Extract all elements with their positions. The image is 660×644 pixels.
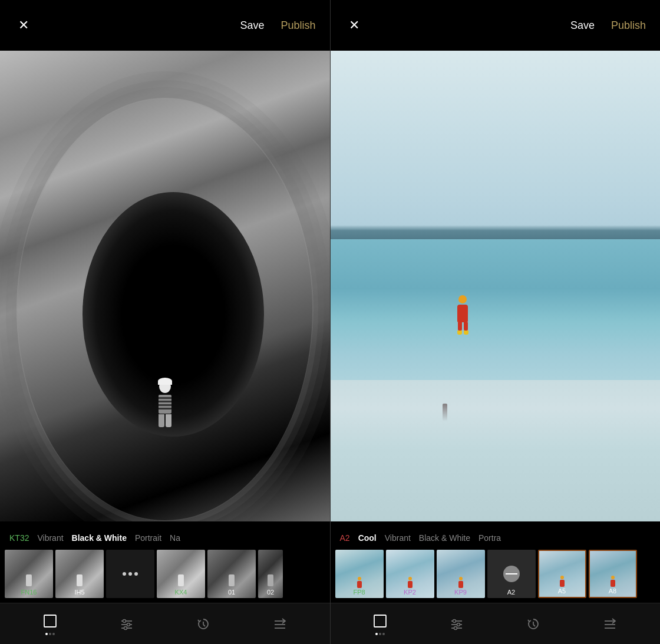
right-sliders-icon [448, 616, 465, 632]
left-filter-area: KT32 Vibrant Black & White Portrait Na F… [0, 521, 330, 603]
right-tool-history[interactable] [525, 616, 542, 632]
left-history-icon [195, 616, 212, 632]
left-filter-cat-bw[interactable]: Black & White [72, 533, 135, 543]
left-photo-area [0, 51, 330, 521]
right-filter-thumbs: FP8 KP2 KP9 [331, 550, 661, 598]
left-filter-label-ih5: IH5 [55, 589, 104, 596]
right-tool-export[interactable] [602, 616, 618, 632]
left-kt32-dots [123, 572, 138, 576]
right-tool-adjust[interactable] [448, 616, 465, 632]
left-top-actions: Save Publish [240, 19, 315, 32]
left-sliders-icon [118, 616, 135, 632]
left-filter-label-fn16: FN16 [5, 589, 53, 596]
right-filter-label-a8: A8 [590, 587, 636, 595]
left-filter-categories: KT32 Vibrant Black & White Portrait Na [0, 533, 330, 543]
right-filter-cat-cool[interactable]: Cool [358, 533, 385, 543]
bw-child-figure [147, 380, 183, 451]
left-filter-label-kx4: KX4 [157, 589, 205, 596]
right-filter-cat-bw[interactable]: Black & White [419, 533, 478, 543]
left-tool-history[interactable] [195, 616, 212, 632]
left-export-icon [272, 616, 288, 632]
right-export-icon [602, 616, 618, 632]
right-filter-label-kp2: KP2 [386, 589, 434, 596]
right-panel: ✕ Save Publish [331, 0, 661, 644]
right-filter-area: A2 Cool Vibrant Black & White Portra FP8 [331, 521, 661, 603]
left-filter-thumb-02[interactable]: 02 [258, 550, 283, 598]
right-filter-thumb-fp8[interactable]: FP8 [335, 550, 384, 598]
right-filter-label-kp9: KP9 [437, 589, 485, 596]
right-history-icon [525, 616, 542, 632]
right-top-bar: ✕ Save Publish [331, 0, 661, 51]
right-filter-label-a5: A5 [539, 587, 585, 595]
left-save-button[interactable]: Save [240, 19, 264, 32]
right-filter-thumb-a8[interactable]: A8 [589, 550, 637, 598]
right-filter-label-fp8: FP8 [335, 589, 384, 596]
left-panel: ✕ Save Publish [0, 0, 330, 644]
svg-rect-0 [44, 615, 56, 627]
left-filter-thumb-ih5[interactable]: IH5 [55, 550, 104, 598]
left-frame-dots [45, 633, 55, 635]
right-filter-thumb-kp9[interactable]: KP9 [437, 550, 485, 598]
left-filter-thumb-kt32[interactable] [106, 550, 154, 598]
right-top-actions: Save Publish [570, 19, 646, 32]
svg-point-5 [127, 623, 130, 626]
left-close-button[interactable]: ✕ [14, 16, 33, 35]
right-filter-categories: A2 Cool Vibrant Black & White Portra [331, 533, 661, 543]
left-filter-cat-portrait[interactable]: Portrait [135, 533, 170, 543]
left-tool-export[interactable] [272, 616, 288, 632]
svg-rect-12 [374, 615, 386, 627]
left-filter-cat-kt32[interactable]: KT32 [9, 533, 37, 543]
svg-point-18 [454, 626, 457, 629]
right-filter-thumb-a2[interactable]: A2 [487, 550, 536, 598]
left-filter-thumb-01[interactable]: 01 [207, 550, 256, 598]
left-tool-adjust[interactable] [118, 616, 135, 632]
left-filter-cat-na[interactable]: Na [170, 533, 189, 543]
svg-point-16 [453, 619, 456, 622]
svg-line-20 [533, 625, 535, 626]
right-bottom-toolbar [331, 603, 661, 644]
right-filter-cat-a2[interactable]: A2 [340, 533, 358, 543]
right-filter-cat-portrait[interactable]: Portra [478, 533, 509, 543]
right-filter-thumb-kp2[interactable]: KP2 [386, 550, 434, 598]
right-photo [331, 51, 661, 521]
right-publish-button[interactable]: Publish [611, 19, 646, 32]
left-filter-label-02: 02 [258, 589, 283, 596]
svg-point-17 [457, 623, 460, 626]
left-filter-thumbs: FN16 IH5 KX4 0 [0, 550, 330, 598]
svg-point-6 [124, 626, 127, 629]
right-close-button[interactable]: ✕ [345, 16, 364, 35]
right-save-button[interactable]: Save [570, 19, 595, 32]
beach-child-figure [456, 295, 470, 325]
right-photo-area [331, 51, 661, 521]
left-publish-button[interactable]: Publish [280, 19, 315, 32]
left-filter-cat-vibrant[interactable]: Vibrant [37, 533, 71, 543]
right-filter-label-a2: A2 [487, 589, 536, 596]
right-filter-thumb-a5[interactable]: A5 [538, 550, 586, 598]
left-tool-frames[interactable] [42, 613, 58, 635]
left-photo [0, 51, 330, 521]
svg-line-8 [203, 625, 205, 626]
left-filter-thumb-kx4[interactable]: KX4 [157, 550, 205, 598]
left-bottom-toolbar [0, 603, 330, 644]
left-filter-label-01: 01 [207, 589, 256, 596]
right-filter-cat-vibrant[interactable]: Vibrant [385, 533, 419, 543]
left-top-bar: ✕ Save Publish [0, 0, 330, 51]
left-filter-thumb-fn16[interactable]: FN16 [5, 550, 53, 598]
svg-point-4 [123, 619, 126, 622]
right-frame-icon [372, 613, 388, 629]
left-frame-icon [42, 613, 58, 629]
right-frame-dots [375, 633, 385, 635]
right-tool-frames[interactable] [372, 613, 388, 635]
